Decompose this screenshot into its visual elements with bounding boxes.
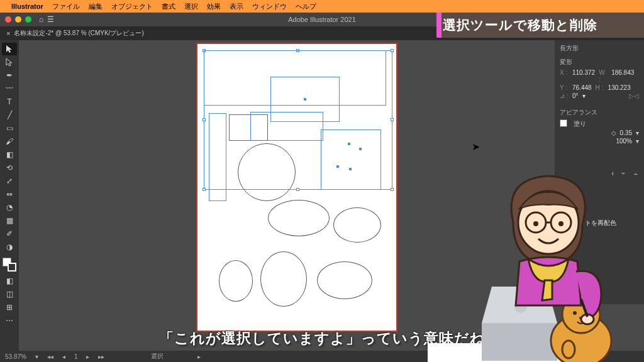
pen-tool-icon[interactable]: ✒ bbox=[2, 69, 17, 82]
y-label: Y : bbox=[560, 84, 569, 91]
instructor-character bbox=[482, 173, 614, 362]
home-icon[interactable]: ⌂ bbox=[39, 15, 43, 24]
y-value[interactable]: 76.448 bbox=[572, 84, 592, 91]
w-value[interactable]: 186.843 bbox=[611, 69, 634, 83]
menu-window[interactable]: ウィンドウ bbox=[252, 2, 287, 11]
artboard-index[interactable]: 1 bbox=[74, 353, 78, 360]
line-tool-icon[interactable]: ╱ bbox=[2, 109, 17, 121]
mac-menu-bar: Illustrator ファイル 編集 オブジェクト 書式 選択 効果 表示 ウ… bbox=[0, 0, 644, 13]
gradient-tool-icon[interactable]: ▦ bbox=[2, 214, 17, 227]
selected-rect-4[interactable] bbox=[321, 129, 381, 190]
menu-edit[interactable]: 編集 bbox=[89, 2, 103, 11]
appearance-header: アピアランス bbox=[560, 108, 639, 117]
artboard[interactable] bbox=[197, 44, 396, 331]
stroke-swatch-icon[interactable] bbox=[8, 263, 16, 272]
w-label: W : bbox=[599, 69, 608, 83]
opacity2-value[interactable]: 100% bbox=[616, 138, 632, 145]
toolbar: ✒ 〰 T ╱ ▭ 🖌 ◧ ⟲ ⤢ ⇔ ◔ ▦ ✐ ◑ ◧ ◫ ⊞ ⋯ bbox=[0, 40, 19, 351]
dropdown-icon[interactable]: ▾ bbox=[636, 138, 639, 145]
svg-point-14 bbox=[533, 221, 538, 226]
status-play-icon[interactable]: ▸ bbox=[197, 353, 201, 360]
align-icon[interactable]: ⫠ bbox=[633, 170, 639, 177]
angle-dropdown-icon[interactable]: ▾ bbox=[582, 92, 586, 99]
status-tool-label: 選択 bbox=[151, 352, 164, 361]
curvature-tool-icon[interactable]: 〰 bbox=[2, 82, 17, 95]
draw-mode-icon[interactable]: ◫ bbox=[2, 288, 17, 300]
minimize-icon[interactable] bbox=[15, 16, 21, 23]
traffic-lights bbox=[5, 16, 31, 23]
fill-label: 塗り bbox=[574, 119, 586, 128]
svg-point-15 bbox=[558, 221, 564, 226]
lesson-title-text: 選択ツールで移動と削除 bbox=[443, 18, 597, 32]
ellipse-1[interactable] bbox=[238, 143, 296, 201]
menu-file[interactable]: ファイル bbox=[52, 2, 80, 11]
ellipse-2[interactable] bbox=[268, 200, 330, 236]
rect-grey-1[interactable] bbox=[229, 114, 268, 141]
window-title: Adobe Illustrator 2021 bbox=[288, 16, 356, 23]
menu-effect[interactable]: 効果 bbox=[207, 2, 221, 11]
menu-format[interactable]: 書式 bbox=[162, 2, 175, 11]
cursor-icon: ➤ bbox=[472, 141, 480, 153]
ellipse-6[interactable] bbox=[317, 261, 372, 299]
menu-view[interactable]: 表示 bbox=[230, 2, 243, 11]
shape-builder-icon[interactable]: ◔ bbox=[2, 201, 17, 214]
screen-mode-icon[interactable]: ⊞ bbox=[2, 301, 17, 314]
fill-chip-icon[interactable] bbox=[560, 119, 567, 127]
opacity-value[interactable]: 0.35 bbox=[620, 129, 632, 136]
direct-selection-tool-icon[interactable] bbox=[2, 56, 17, 69]
rectangle-tool-icon[interactable]: ▭ bbox=[2, 122, 17, 134]
close-tab-icon[interactable]: × bbox=[6, 30, 10, 37]
transform-header: 変形 bbox=[560, 58, 639, 67]
menu-help[interactable]: ヘルプ bbox=[296, 2, 316, 11]
color-mode-icon[interactable]: ◧ bbox=[2, 275, 17, 287]
selection-tool-icon[interactable] bbox=[2, 43, 17, 55]
zoom-value[interactable]: 53.87% bbox=[5, 353, 26, 360]
accent-bar bbox=[436, 13, 441, 38]
fill-stroke-swatch[interactable] bbox=[3, 258, 16, 272]
x-label: X : bbox=[560, 69, 569, 83]
app-name[interactable]: Illustrator bbox=[11, 3, 43, 10]
type-tool-icon[interactable]: T bbox=[2, 96, 17, 108]
angle-value[interactable]: 0° bbox=[572, 92, 579, 99]
eyedropper-tool-icon[interactable]: ✐ bbox=[2, 228, 17, 240]
stroke-weight-icon[interactable]: ◇ bbox=[611, 129, 616, 136]
edit-toolbar-icon[interactable]: ⋯ bbox=[2, 314, 17, 327]
svg-point-9 bbox=[562, 341, 575, 358]
artboard-nav-prev-icon[interactable]: ◂ bbox=[62, 353, 65, 360]
ellipse-4[interactable] bbox=[219, 260, 253, 302]
flip-h-icon[interactable]: ▷◁ bbox=[629, 92, 639, 99]
brush-tool-icon[interactable]: 🖌 bbox=[2, 135, 17, 148]
align-icon[interactable]: ⫟ bbox=[620, 170, 626, 177]
dropdown-icon[interactable]: ▾ bbox=[636, 129, 639, 136]
eraser-tool-icon[interactable]: ◧ bbox=[2, 148, 17, 161]
h-label: H : bbox=[596, 84, 604, 91]
svg-point-6 bbox=[573, 311, 577, 315]
artboard-nav-next-icon[interactable]: ▸ bbox=[86, 353, 89, 360]
maximize-icon[interactable] bbox=[25, 16, 31, 23]
artboard-nav-next-icon[interactable]: ▸▸ bbox=[98, 353, 104, 360]
scale-tool-icon[interactable]: ⤢ bbox=[2, 175, 17, 187]
ellipse-3[interactable] bbox=[333, 207, 381, 243]
share-icon[interactable]: ☰ bbox=[47, 15, 54, 24]
rotate-tool-icon[interactable]: ⟲ bbox=[2, 162, 17, 174]
close-icon[interactable] bbox=[5, 16, 11, 23]
shape-type-label: 長方形 bbox=[560, 44, 639, 53]
menu-object[interactable]: オブジェクト bbox=[111, 2, 153, 11]
zoom-dropdown-icon[interactable]: ▾ bbox=[35, 353, 38, 360]
ellipse-5[interactable] bbox=[260, 251, 307, 307]
svg-rect-0 bbox=[482, 323, 557, 361]
menu-select[interactable]: 選択 bbox=[184, 2, 198, 11]
width-tool-icon[interactable]: ⇔ bbox=[2, 188, 17, 200]
blend-tool-icon[interactable]: ◑ bbox=[2, 241, 17, 253]
document-tab-label: 名称未設定-2* @ 53.87 % (CMYK/プレビュー) bbox=[14, 29, 143, 38]
selected-rect-tall[interactable] bbox=[209, 113, 226, 201]
angle-label: ⊿ : bbox=[560, 92, 569, 99]
lesson-title-banner: 選択ツールで移動と削除 bbox=[436, 13, 644, 38]
x-value[interactable]: 110.372 bbox=[572, 69, 595, 83]
artboard-nav-prev-icon[interactable]: ◂◂ bbox=[47, 353, 53, 360]
h-value[interactable]: 130.223 bbox=[608, 84, 631, 91]
